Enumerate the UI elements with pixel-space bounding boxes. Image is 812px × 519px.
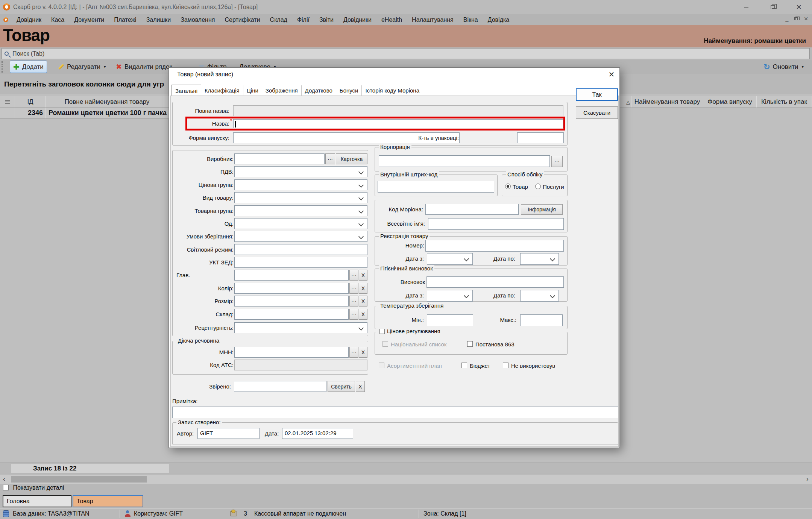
row-gutter[interactable] bbox=[0, 108, 15, 118]
mnn-browse-button[interactable]: ··· bbox=[349, 347, 358, 358]
color-clear-button[interactable]: X bbox=[359, 283, 367, 294]
verify-button[interactable]: Сверить bbox=[328, 381, 355, 392]
corporation-input[interactable] bbox=[379, 155, 550, 167]
column-header-qty[interactable]: Кількість в упак bbox=[757, 96, 812, 108]
column-header-form[interactable]: Форма випуску bbox=[703, 96, 757, 108]
corporation-browse-button[interactable]: ··· bbox=[551, 156, 563, 167]
price-regulation-checkbox[interactable] bbox=[379, 329, 385, 334]
barcode-input[interactable] bbox=[378, 181, 494, 193]
poslugy-radio[interactable] bbox=[535, 184, 541, 189]
menu-item[interactable]: Документи bbox=[69, 14, 109, 25]
search-input[interactable]: Поиск (Tab) bbox=[2, 48, 810, 59]
column-header-name[interactable]: Найменування товару bbox=[631, 96, 703, 108]
dialog-tab[interactable]: Додатково bbox=[302, 85, 336, 96]
mnn-clear-button[interactable]: X bbox=[359, 347, 367, 358]
menu-item[interactable]: Звіти bbox=[314, 14, 338, 25]
conclusion-input[interactable] bbox=[426, 276, 564, 288]
menu-item[interactable]: Філії bbox=[292, 14, 314, 25]
menu-item[interactable]: Замовлення bbox=[176, 14, 220, 25]
note-input[interactable] bbox=[172, 407, 618, 418]
number-input[interactable] bbox=[425, 240, 564, 252]
dialog-tab[interactable]: Зображення bbox=[262, 85, 302, 96]
refresh-button[interactable]: ↻ Оновити▾ bbox=[760, 61, 807, 73]
dialog-close-icon[interactable]: ✕ bbox=[606, 69, 617, 80]
menu-item[interactable]: Склад bbox=[265, 14, 292, 25]
morion-code-input[interactable] bbox=[425, 204, 519, 215]
dialog-tab[interactable]: Історія коду Моріона bbox=[362, 85, 423, 96]
size-input[interactable] bbox=[234, 296, 349, 307]
dialog-tab[interactable]: Ціни bbox=[243, 85, 262, 96]
child-minimize-button[interactable]: _ bbox=[785, 16, 788, 22]
qty-in-pack-input[interactable] bbox=[517, 132, 564, 143]
column-header-full-name[interactable]: Повне найменування товару bbox=[46, 96, 168, 108]
manufacturer-input[interactable] bbox=[234, 153, 325, 164]
dialog-tab[interactable]: Бонуси bbox=[336, 85, 362, 96]
dialog-tab[interactable]: Загальні bbox=[172, 85, 201, 96]
vat-select[interactable] bbox=[234, 166, 367, 177]
scroll-right-icon[interactable]: › bbox=[806, 475, 809, 483]
color-input[interactable] bbox=[234, 283, 349, 294]
table-row[interactable]: 2346Ромашки цветки цветки 100 г пачка bbox=[0, 108, 168, 119]
composition-input[interactable] bbox=[234, 309, 349, 320]
light-mode-input[interactable] bbox=[234, 244, 367, 255]
child-restore-button[interactable] bbox=[794, 17, 798, 20]
reg-date-to-select[interactable] bbox=[520, 253, 559, 265]
world-name-input[interactable] bbox=[428, 218, 564, 230]
glav-input[interactable] bbox=[234, 270, 349, 281]
name-input[interactable] bbox=[233, 119, 563, 128]
product-kind-select[interactable] bbox=[234, 192, 367, 203]
cancel-button[interactable]: Скасувати bbox=[576, 106, 618, 119]
tab-tovar[interactable]: Товар bbox=[73, 495, 143, 507]
size-browse-button[interactable]: ··· bbox=[349, 296, 358, 307]
cell-id[interactable]: 2346 bbox=[15, 108, 46, 118]
verified-input[interactable] bbox=[234, 381, 326, 392]
not-used-checkbox[interactable] bbox=[503, 363, 508, 368]
delete-row-button[interactable]: ✖ Видалити рядок bbox=[113, 61, 175, 73]
composition-clear-button[interactable]: X bbox=[359, 309, 367, 320]
toolbar-drag-handle[interactable] bbox=[2, 61, 3, 73]
close-button[interactable]: ✕ bbox=[786, 0, 812, 14]
menu-item[interactable]: Сертифікати bbox=[220, 14, 265, 25]
child-close-button[interactable]: ✕ bbox=[804, 16, 808, 22]
max-input[interactable] bbox=[520, 314, 563, 326]
information-button[interactable]: Інформація bbox=[521, 204, 563, 215]
dialog-tab[interactable]: Класифікація bbox=[201, 85, 243, 96]
unit-select[interactable] bbox=[234, 218, 367, 229]
prescription-select[interactable] bbox=[234, 322, 367, 333]
size-clear-button[interactable]: X bbox=[359, 296, 367, 307]
scroll-left-icon[interactable]: ‹ bbox=[3, 475, 5, 483]
color-browse-button[interactable]: ··· bbox=[349, 283, 358, 294]
hyg-date-from-select[interactable] bbox=[427, 290, 473, 302]
scrollbar-thumb[interactable] bbox=[11, 476, 147, 483]
product-group-select[interactable] bbox=[234, 205, 367, 216]
column-header-id[interactable]: ІД bbox=[15, 96, 46, 108]
menu-item[interactable]: Довідка bbox=[483, 14, 515, 25]
manufacturer-browse-button[interactable]: ··· bbox=[325, 153, 335, 164]
min-input[interactable] bbox=[427, 314, 473, 326]
tab-home[interactable]: Головна bbox=[3, 495, 71, 507]
cell-full-name[interactable]: Ромашки цветки цветки 100 г пачка bbox=[46, 108, 168, 118]
show-details-checkbox[interactable] bbox=[3, 485, 9, 490]
ukt-zed-input[interactable] bbox=[234, 257, 367, 268]
glav-browse-button[interactable]: ··· bbox=[349, 270, 358, 281]
ok-button[interactable]: Так bbox=[576, 88, 618, 101]
budget-checkbox[interactable] bbox=[461, 363, 467, 368]
reg-date-from-select[interactable] bbox=[427, 253, 473, 265]
edit-button[interactable]: Редагувати▾ bbox=[55, 61, 109, 73]
menu-item[interactable]: Залишки bbox=[141, 14, 176, 25]
hyg-date-to-select[interactable] bbox=[520, 290, 559, 302]
verified-clear-button[interactable]: X bbox=[356, 381, 365, 392]
price-group-select[interactable] bbox=[234, 179, 367, 190]
horizontal-scrollbar[interactable]: ‹ › bbox=[0, 475, 812, 484]
card-button[interactable]: Карточка bbox=[336, 153, 367, 164]
restore-button[interactable] bbox=[759, 0, 786, 14]
glav-clear-button[interactable]: X bbox=[359, 270, 367, 281]
hidden-column-sort[interactable]: △ bbox=[620, 96, 631, 108]
storage-conditions-select[interactable] bbox=[234, 231, 367, 242]
menu-item[interactable]: Вікна bbox=[458, 14, 483, 25]
menu-item[interactable]: eHealth bbox=[376, 14, 407, 25]
menu-item[interactable]: Довідник bbox=[12, 14, 46, 25]
composition-browse-button[interactable]: ··· bbox=[349, 309, 358, 320]
menu-item[interactable]: Довідники bbox=[338, 14, 376, 25]
tovar-radio[interactable] bbox=[505, 184, 511, 189]
